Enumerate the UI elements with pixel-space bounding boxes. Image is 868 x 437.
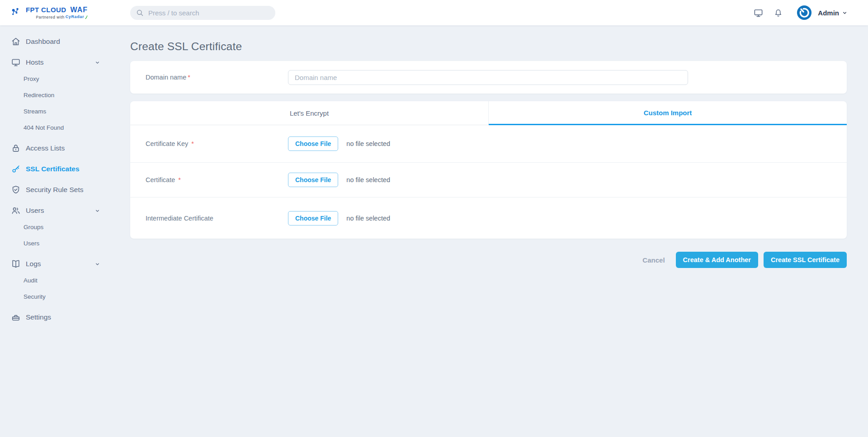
logo-tagline: Partnered with CyRadar: [36, 15, 88, 19]
sidebar-item-label: Logs: [26, 260, 41, 268]
main-content: Create SSL Certificate Domain name* Let'…: [130, 25, 847, 437]
tagline-brand: CyRadar: [66, 15, 84, 19]
certificate-file-status: no file selected: [346, 176, 390, 183]
sidebar-item-label: Hosts: [26, 58, 44, 66]
certificate-label: Certificate *: [146, 176, 288, 183]
shield-check-icon: [11, 185, 21, 195]
sidebar-item-security[interactable]: Security: [0, 288, 111, 305]
sidebar-item-redirection[interactable]: Redirection: [0, 87, 111, 103]
sidebar-item-label: Security Rule Sets: [26, 186, 84, 194]
domain-name-input[interactable]: [288, 70, 688, 85]
sidebar-item-security-rule-sets[interactable]: Security Rule Sets: [0, 182, 111, 198]
intermediate-certificate-label: Intermediate Certificate: [146, 215, 288, 222]
toolbox-icon: [11, 312, 21, 322]
global-search[interactable]: [130, 6, 275, 20]
bell-icon[interactable]: [774, 8, 783, 18]
display-icon[interactable]: [753, 8, 764, 18]
top-header: FPT CLOUD WAF Partnered with CyRadar: [0, 0, 868, 25]
sidebar-item-label: Access Lists: [26, 144, 65, 152]
sidebar-item-groups[interactable]: Groups: [0, 219, 111, 235]
sidebar-item-streams[interactable]: Streams: [0, 103, 111, 119]
lock-icon: [11, 143, 21, 153]
sidebar-item-ssl-certificates[interactable]: SSL Certificates: [0, 161, 111, 177]
sidebar-item-label: SSL Certificates: [26, 165, 80, 173]
users-icon: [11, 206, 21, 216]
molecule-logo-icon: [11, 7, 23, 19]
form-actions: Cancel Create & Add Another Create SSL C…: [130, 252, 847, 268]
chevron-down-icon[interactable]: [94, 261, 101, 268]
certificate-key-row: Certificate Key * Choose File no file se…: [130, 125, 847, 162]
sidebar-item-404-not-found[interactable]: 404 Not Found: [0, 119, 111, 136]
create-ssl-certificate-button[interactable]: Create SSL Certificate: [764, 252, 847, 268]
chevron-down-icon[interactable]: [94, 59, 101, 66]
certificate-key-file-status: no file selected: [346, 140, 390, 147]
search-input[interactable]: [148, 9, 270, 17]
required-marker: *: [188, 74, 190, 81]
sidebar-nav: Dashboard Hosts Proxy Redirection Stream…: [0, 25, 111, 437]
open-book-icon: [11, 259, 21, 269]
user-avatar[interactable]: [797, 5, 812, 20]
sidebar-item-label: Users: [26, 207, 44, 215]
certificate-key-label: Certificate Key *: [146, 140, 288, 147]
sidebar-item-settings[interactable]: Settings: [0, 309, 111, 325]
certificate-row: Certificate * Choose File no file select…: [130, 162, 847, 197]
create-add-another-button[interactable]: Create & Add Another: [676, 252, 758, 268]
sidebar-item-audit[interactable]: Audit: [0, 272, 111, 288]
sidebar-item-label: Dashboard: [26, 38, 60, 46]
sidebar-item-users-sub[interactable]: Users: [0, 235, 111, 251]
certificate-key-choose-file-button[interactable]: Choose File: [288, 136, 338, 151]
sidebar-item-hosts[interactable]: Hosts: [0, 54, 111, 70]
tab-lets-encrypt[interactable]: Let's Encrypt: [130, 101, 489, 125]
tab-bar: Let's Encrypt Custom Import: [130, 101, 847, 125]
intermediate-certificate-choose-file-button[interactable]: Choose File: [288, 211, 338, 226]
tab-custom-import[interactable]: Custom Import: [489, 101, 847, 125]
search-icon: [136, 9, 144, 17]
brand-logo[interactable]: FPT CLOUD WAF Partnered with CyRadar: [0, 6, 119, 19]
monitor-icon: [11, 57, 21, 67]
logo-text-secondary: WAF: [70, 6, 88, 14]
sidebar-item-label: Settings: [26, 313, 51, 321]
sidebar-item-logs[interactable]: Logs: [0, 256, 111, 272]
key-icon: [11, 164, 21, 174]
required-marker: *: [178, 176, 181, 183]
certificate-card: Let's Encrypt Custom Import Certificate …: [130, 101, 847, 239]
domain-card: Domain name*: [130, 61, 847, 94]
sidebar-item-users[interactable]: Users: [0, 202, 111, 219]
intermediate-certificate-row: Intermediate Certificate Choose File no …: [130, 197, 847, 239]
sidebar-item-proxy[interactable]: Proxy: [0, 70, 111, 87]
home-icon: [11, 37, 21, 47]
sidebar-item-dashboard[interactable]: Dashboard: [0, 33, 111, 50]
logo-text-primary: FPT CLOUD: [26, 6, 66, 13]
sidebar-item-access-lists[interactable]: Access Lists: [0, 140, 111, 156]
required-marker: *: [191, 140, 194, 147]
chevron-down-icon[interactable]: [841, 9, 848, 16]
page-title: Create SSL Certificate: [130, 40, 242, 53]
cancel-button[interactable]: Cancel: [642, 256, 665, 264]
domain-label: Domain name*: [146, 74, 288, 81]
chevron-down-icon[interactable]: [94, 207, 101, 214]
green-swoosh-icon: [85, 15, 88, 19]
intermediate-certificate-file-status: no file selected: [346, 215, 390, 222]
certificate-choose-file-button[interactable]: Choose File: [288, 173, 338, 187]
user-menu[interactable]: Admin: [818, 9, 839, 17]
